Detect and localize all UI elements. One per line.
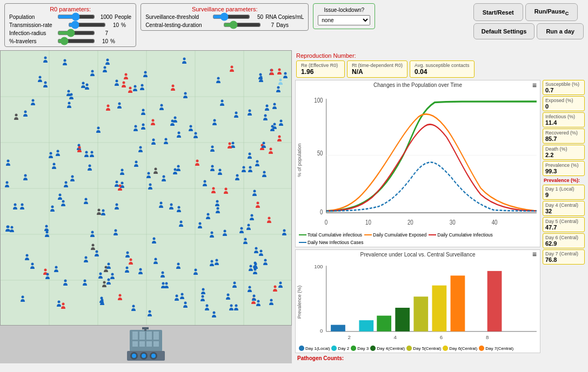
- svg-point-49: [172, 85, 175, 87]
- day1-local-value: 9: [545, 192, 582, 198]
- svg-rect-217: [146, 341, 152, 347]
- infection-radius-slider[interactable]: [57, 30, 95, 36]
- person-icon: [119, 168, 125, 176]
- person-icon: [151, 138, 156, 146]
- person-icon: [209, 231, 215, 239]
- svg-point-168: [84, 279, 86, 282]
- svg-point-110: [126, 251, 129, 254]
- day4-central-label: Day 4 (Central): [545, 202, 582, 208]
- lockdown-select[interactable]: none lockdown-25 lockdown-50 lockdown-75: [318, 15, 370, 25]
- person-icon: [272, 123, 277, 130]
- chart1-menu[interactable]: ≡: [532, 81, 537, 90]
- chart2-menu[interactable]: ≡: [532, 250, 537, 259]
- transmission-slider[interactable]: [68, 22, 106, 28]
- svg-point-48: [118, 103, 121, 105]
- person-icon: [89, 151, 95, 158]
- pct-travelers-unit: %: [110, 38, 115, 44]
- charts-col: Changes in the Population over Time ≡ % …: [294, 79, 542, 362]
- svg-point-173: [177, 206, 180, 209]
- svg-point-77: [139, 268, 142, 270]
- person-icon: [217, 168, 223, 176]
- svg-point-45: [213, 119, 216, 121]
- threshold-slider[interactable]: [212, 13, 250, 20]
- svg-point-136: [51, 206, 54, 208]
- svg-point-135: [181, 293, 183, 296]
- repro-section: Reproduction Number: Re (Effective R0) 1…: [294, 51, 586, 79]
- svg-point-209: [198, 222, 201, 225]
- person-icon: [51, 163, 57, 170]
- person-icon: [278, 281, 283, 289]
- svg-point-78: [85, 256, 88, 259]
- infectious-label: Infectious (%): [545, 114, 582, 119]
- svg-point-43: [279, 120, 282, 123]
- person-icon: [247, 286, 252, 293]
- svg-point-102: [6, 225, 9, 228]
- threshold-value: 50: [252, 14, 263, 20]
- svg-point-10: [270, 299, 272, 301]
- svg-point-145: [97, 126, 99, 129]
- r0-params-group: R0 parameters: Population 1000 People Tr…: [4, 3, 136, 47]
- person-icon: [248, 265, 253, 272]
- svg-point-105: [103, 281, 106, 283]
- svg-point-141: [249, 265, 252, 268]
- person-icon: [159, 104, 164, 111]
- person-icon: [83, 256, 89, 263]
- person-icon: [209, 260, 215, 267]
- rt-card-value: N/A: [352, 68, 403, 76]
- avg-card-title: Avg. susceptible contacts: [415, 63, 470, 68]
- person-icon: [87, 164, 92, 172]
- person-icon: [96, 208, 102, 216]
- svg-point-30: [132, 305, 135, 307]
- chart2-svg: 100 0 2 4 6 8: [303, 259, 540, 344]
- infection-radius-label: Infection-radius: [9, 30, 55, 36]
- person-icon: [139, 84, 145, 91]
- svg-point-24: [233, 281, 236, 284]
- svg-point-75: [202, 288, 204, 290]
- person-icon: [45, 273, 50, 280]
- person-icon: [170, 84, 176, 92]
- person-icon: [102, 66, 108, 73]
- person-icon: [84, 83, 90, 91]
- person-icon: [227, 142, 232, 150]
- person-icon: [179, 293, 185, 300]
- run-pause-button[interactable]: Run/PauseC: [525, 3, 578, 21]
- svg-point-206: [114, 229, 117, 232]
- run-a-day-button[interactable]: Run a day: [537, 23, 584, 39]
- svg-point-20: [95, 251, 98, 253]
- person-icon: [117, 184, 123, 192]
- person-icon: [214, 259, 219, 266]
- svg-point-68: [256, 201, 259, 204]
- svg-text:8: 8: [486, 334, 489, 340]
- person-icon: [23, 110, 28, 118]
- svg-point-106: [21, 203, 23, 206]
- svg-point-170: [159, 202, 162, 205]
- duration-slider[interactable]: [223, 22, 261, 28]
- person-icon: [43, 81, 48, 89]
- person-icon: [61, 200, 66, 207]
- person-icon: [269, 69, 275, 76]
- person-icon: [160, 271, 165, 279]
- svg-point-147: [115, 180, 118, 183]
- person-icon: [263, 259, 268, 266]
- start-reset-button[interactable]: Start/Reset: [473, 3, 523, 21]
- population-slider[interactable]: [57, 13, 95, 20]
- svg-point-167: [264, 259, 267, 262]
- pct-travelers-slider[interactable]: [57, 38, 95, 44]
- svg-point-193: [85, 151, 88, 154]
- svg-point-165: [264, 114, 267, 117]
- person-icon: [212, 119, 217, 126]
- sim-footer: [0, 326, 292, 363]
- person-icon: [276, 86, 281, 93]
- svg-point-99: [271, 69, 273, 71]
- svg-point-32: [45, 225, 48, 228]
- population-unit: People: [115, 14, 131, 20]
- default-settings-button[interactable]: Default Settings: [473, 23, 535, 39]
- person-icon: [197, 222, 203, 229]
- charts-stats-area: Changes in the Population over Time ≡ % …: [294, 79, 586, 362]
- main-content: Reproduction Number: Re (Effective R0) 1…: [0, 50, 588, 363]
- svg-point-79: [44, 56, 46, 59]
- svg-point-143: [174, 116, 177, 119]
- rt-card: Rt (time-dependent R0) N/A: [347, 60, 407, 78]
- svg-point-13: [161, 104, 163, 106]
- chart2-legend-4: Day 4(Central): [370, 346, 405, 351]
